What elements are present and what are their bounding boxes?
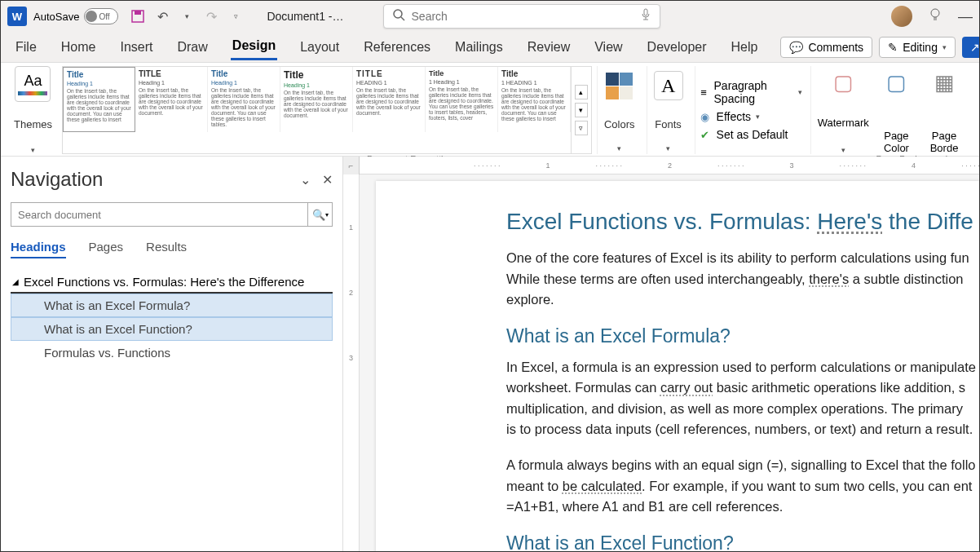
tab-draw[interactable]: Draw xyxy=(175,35,209,60)
tab-mailings[interactable]: Mailings xyxy=(453,35,505,60)
nav-search-button[interactable]: 🔍▾ xyxy=(307,203,332,226)
search-box[interactable] xyxy=(383,4,660,29)
ribbon-tabs: File Home Insert Draw Design Layout Refe… xyxy=(1,32,979,63)
nav-tab-headings[interactable]: Headings xyxy=(11,240,66,258)
style-gallery: TitleHeading 1On the Insert tab, the gal… xyxy=(62,66,592,154)
effects-button[interactable]: ◉Effects▾ xyxy=(699,110,802,123)
undo-icon[interactable]: ↶ xyxy=(154,8,170,24)
editing-button[interactable]: ✎ Editing ▾ xyxy=(879,37,956,58)
lightbulb-icon[interactable] xyxy=(929,7,942,25)
doc-heading-2[interactable]: What is an Excel Formula? xyxy=(506,325,979,347)
page-background-group: ▢ Watermark ▾ ▢ Page Color ▦ Page Borde xyxy=(810,66,971,154)
doc-paragraph[interactable]: A formula always begins with an equal si… xyxy=(506,455,979,518)
toggle-knob xyxy=(86,11,97,22)
share-button[interactable]: ↗ Sh xyxy=(962,37,980,58)
nav-heading-l1[interactable]: ◢ Excel Functions vs. Formulas: Here's t… xyxy=(11,272,333,294)
document-area: ⌐ · · · · · · · 1 · · · · · · · 2 · · · … xyxy=(343,157,979,551)
gallery-arrows: ▴ ▾ ▿ xyxy=(571,67,591,153)
gallery-more-icon[interactable]: ▿ xyxy=(575,121,588,135)
comment-icon: 💬 xyxy=(789,41,803,54)
tab-insert[interactable]: Insert xyxy=(118,35,154,60)
tab-layout[interactable]: Layout xyxy=(298,35,341,60)
page-borders-button[interactable]: ▦ Page Borde xyxy=(924,66,965,154)
page-color-button[interactable]: ▢ Page Color xyxy=(877,66,916,154)
search-input[interactable] xyxy=(412,10,633,23)
tab-file[interactable]: File xyxy=(14,35,38,60)
tab-help[interactable]: Help xyxy=(730,35,760,60)
nav-title: Navigation xyxy=(11,168,103,191)
tab-references[interactable]: References xyxy=(362,35,432,60)
chevron-down-icon: ▾ xyxy=(798,88,802,96)
nav-tabs: Headings Pages Results xyxy=(11,240,333,258)
svg-rect-4 xyxy=(644,9,647,15)
titlebar-right: — xyxy=(891,6,973,27)
autosave-toggle[interactable]: Off xyxy=(84,8,118,24)
nav-tab-pages[interactable]: Pages xyxy=(89,240,124,258)
chevron-down-icon: ▾ xyxy=(841,146,845,154)
themes-group[interactable]: Aa Themes ▾ xyxy=(9,66,57,154)
themes-label: Themes xyxy=(14,118,52,130)
nav-heading-l2[interactable]: Formulas vs. Functions xyxy=(11,341,333,364)
gallery-item[interactable]: TITLEHEADING 1On the Insert tab, the gal… xyxy=(353,67,426,132)
comments-button[interactable]: 💬 Comments xyxy=(780,37,872,58)
tab-view[interactable]: View xyxy=(593,35,624,60)
nav-heading-l2[interactable]: What is an Excel Formula? xyxy=(11,294,333,317)
tab-developer[interactable]: Developer xyxy=(646,35,709,60)
set-default-button[interactable]: ✔Set as Default xyxy=(699,128,802,141)
undo-dropdown-icon[interactable]: ▾ xyxy=(179,8,195,24)
qat-customize-icon[interactable]: ▿ xyxy=(227,8,244,24)
tab-home[interactable]: Home xyxy=(60,35,98,60)
nav-search[interactable]: 🔍▾ xyxy=(11,202,333,227)
user-avatar[interactable] xyxy=(891,6,912,27)
page-borders-icon: ▦ xyxy=(929,66,959,99)
vertical-ruler[interactable]: 1 2 3 xyxy=(343,174,360,551)
gallery-item[interactable]: TITLEHeading 1On the Insert tab, the gal… xyxy=(135,67,208,132)
themes-icon: Aa xyxy=(15,66,51,102)
doc-paragraph[interactable]: In Excel, a formula is an expression use… xyxy=(506,357,979,440)
autosave-control[interactable]: AutoSave Off xyxy=(33,8,118,24)
nav-collapse-icon[interactable]: ⌄ xyxy=(300,172,311,188)
chevron-down-icon: ▾ xyxy=(942,43,947,51)
effects-icon: ◉ xyxy=(699,110,712,123)
watermark-button[interactable]: ▢ Watermark ▾ xyxy=(818,66,869,154)
document-page[interactable]: Excel Functions vs. Formulas: Here's the… xyxy=(376,181,979,551)
horizontal-ruler[interactable]: ⌐ · · · · · · · 1 · · · · · · · 2 · · · … xyxy=(343,157,979,174)
nav-tab-results[interactable]: Results xyxy=(146,240,187,258)
word-app-icon: W xyxy=(7,7,27,26)
nav-heading-l2[interactable]: What is an Excel Function? xyxy=(11,317,333,341)
chevron-down-icon: ▾ xyxy=(756,113,760,121)
tab-review[interactable]: Review xyxy=(526,35,572,60)
gallery-item[interactable]: TitleHeading 1On the Insert tab, the gal… xyxy=(280,67,353,132)
paragraph-spacing-button[interactable]: ≡Paragraph Spacing▾ xyxy=(699,79,802,105)
design-options: ≡Paragraph Spacing▾ ◉Effects▾ ✔Set as De… xyxy=(695,66,806,154)
spacing-icon: ≡ xyxy=(699,86,709,99)
fonts-button[interactable]: A Fonts ▾ xyxy=(647,66,690,154)
colors-button[interactable]: Colors ▾ xyxy=(597,66,642,154)
mic-icon[interactable] xyxy=(640,8,651,24)
redo-icon[interactable]: ↷ xyxy=(203,8,219,24)
chevron-down-icon: ▾ xyxy=(617,144,621,152)
chevron-down-icon: ▾ xyxy=(666,144,670,152)
svg-point-2 xyxy=(394,10,402,18)
save-icon[interactable] xyxy=(130,8,146,24)
main-area: Navigation ⌄ ✕ 🔍▾ Headings Pages Results… xyxy=(1,157,979,551)
gallery-item[interactable]: Title1 Heading 1On the Insert tab, the g… xyxy=(426,67,498,132)
nav-close-icon[interactable]: ✕ xyxy=(322,172,333,188)
doc-paragraph[interactable]: One of the core features of Excel is its… xyxy=(506,248,979,311)
fonts-icon: A xyxy=(654,71,683,100)
doc-heading-1[interactable]: Excel Functions vs. Formulas: Here's the… xyxy=(506,209,979,235)
gallery-item[interactable]: TitleHeading 1On the Insert tab, the gal… xyxy=(208,67,280,132)
gallery-down-icon[interactable]: ▾ xyxy=(575,103,588,117)
document-title[interactable]: Document1 -… xyxy=(267,10,343,23)
collapse-triangle-icon[interactable]: ◢ xyxy=(12,277,19,286)
minimize-icon[interactable]: — xyxy=(958,8,973,25)
tab-design[interactable]: Design xyxy=(231,33,277,60)
gallery-up-icon[interactable]: ▴ xyxy=(575,85,588,99)
nav-search-input[interactable] xyxy=(11,203,307,226)
gallery-item[interactable]: TitleHeading 1On the Insert tab, the gal… xyxy=(63,67,135,132)
colors-icon xyxy=(606,73,633,99)
doc-heading-2[interactable]: What is an Excel Function? xyxy=(506,532,979,551)
svg-point-5 xyxy=(931,9,939,17)
nav-tree: ◢ Excel Functions vs. Formulas: Here's t… xyxy=(11,272,333,364)
gallery-item[interactable]: Title1 HEADING 1On the Insert tab, the g… xyxy=(498,67,571,132)
